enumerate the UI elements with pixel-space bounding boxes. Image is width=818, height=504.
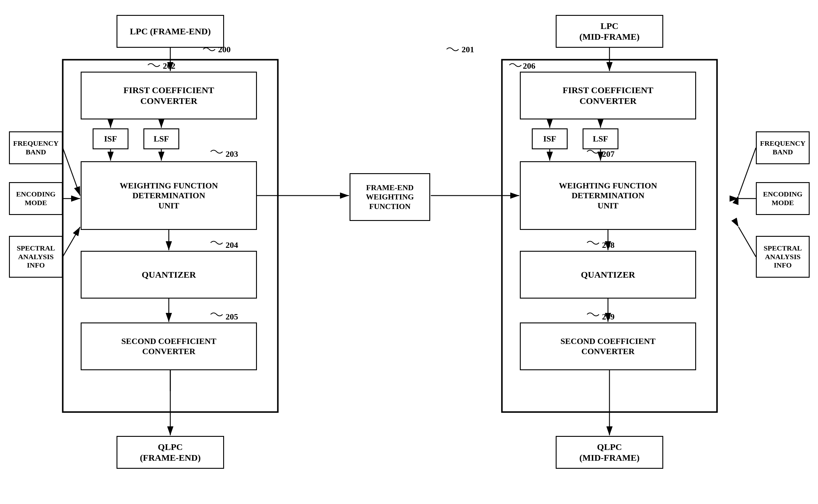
right-spectral-label: SPECTRALANALYSISINFO: [764, 244, 802, 270]
svg-line-27: [739, 148, 756, 196]
right-qlpc-bot-box: QLPC(MID-FRAME): [556, 436, 663, 469]
left-freq-band-label: FREQUENCYBAND: [13, 139, 59, 156]
right-lsf-label: LSF: [593, 134, 608, 144]
left-second-coeff-label: SECOND COEFFICIENTCONVERTER: [121, 336, 216, 356]
left-lsf-box: LSF: [143, 128, 179, 149]
right-lpc-top-label: LPC(MID-FRAME): [579, 21, 640, 42]
right-quantizer-label: QUANTIZER: [581, 269, 635, 280]
left-first-coeff-box: FIRST COEFFICIENTCONVERTER: [81, 72, 257, 119]
left-encoding-mode-label: ENCODINGMODE: [16, 190, 56, 207]
left-quantizer-box: QUANTIZER: [81, 251, 257, 299]
left-encoding-mode-box: ENCODINGMODE: [9, 182, 63, 215]
ref-202-label: 202: [163, 61, 175, 71]
middle-frame-end-wf-label: FRAME-ENDWEIGHTINGFUNCTION: [366, 183, 414, 211]
left-weighting-box: WEIGHTING FUNCTIONDETERMINATIONUNIT: [81, 161, 257, 230]
left-spectral-box: SPECTRALANALYSISINFO: [9, 236, 63, 278]
right-encoding-mode-box: ENCODINGMODE: [756, 182, 810, 215]
right-quantizer-box: QUANTIZER: [520, 251, 696, 299]
ref-204-label: 204: [225, 240, 238, 250]
right-qlpc-bot-label: QLPC(MID-FRAME): [579, 442, 640, 463]
left-isf-box: ISF: [93, 128, 128, 149]
right-encoding-mode-label: ENCODINGMODE: [763, 190, 802, 207]
right-lpc-top-box: LPC(MID-FRAME): [556, 15, 663, 48]
ref-209-label: 209: [602, 312, 615, 322]
left-isf-label: ISF: [104, 134, 117, 144]
ref-208-label: 208: [602, 240, 615, 250]
left-spectral-label: SPECTRALANALYSISINFO: [17, 244, 55, 270]
left-lsf-label: LSF: [153, 134, 169, 144]
svg-line-26: [63, 227, 80, 257]
right-weighting-box: WEIGHTING FUNCTIONDETERMINATIONUNIT: [520, 161, 696, 230]
left-second-coeff-box: SECOND COEFFICIENTCONVERTER: [81, 322, 257, 370]
left-lpc-top-label: LPC (FRAME-END): [130, 26, 211, 37]
svg-line-24: [63, 148, 80, 196]
svg-line-29: [739, 227, 756, 257]
left-freq-band-box: FREQUENCYBAND: [9, 131, 63, 164]
right-freq-band-box: FREQUENCYBAND: [756, 131, 810, 164]
right-freq-band-label: FREQUENCYBAND: [760, 139, 805, 156]
ref-207-label: 207: [602, 149, 615, 159]
right-second-coeff-label: SECOND COEFFICIENTCONVERTER: [561, 336, 656, 356]
left-quantizer-label: QUANTIZER: [142, 269, 196, 280]
ref-205-label: 205: [225, 312, 238, 322]
right-first-coeff-label: FIRST COEFFICIENTCONVERTER: [563, 85, 653, 106]
left-lpc-top-box: LPC (FRAME-END): [116, 15, 224, 48]
right-spectral-box: SPECTRALANALYSISINFO: [756, 236, 810, 278]
diagram-container: LPC (FRAME-END) FIRST COEFFICIENTCONVERT…: [0, 0, 818, 504]
right-isf-box: ISF: [532, 128, 568, 149]
ref-201-label: 201: [462, 45, 474, 54]
left-weighting-label: WEIGHTING FUNCTIONDETERMINATIONUNIT: [119, 181, 218, 211]
middle-frame-end-wf-box: FRAME-ENDWEIGHTINGFUNCTION: [349, 173, 430, 221]
left-first-coeff-label: FIRST COEFFICIENTCONVERTER: [123, 85, 214, 106]
right-first-coeff-box: FIRST COEFFICIENTCONVERTER: [520, 72, 696, 119]
right-isf-label: ISF: [543, 134, 556, 144]
right-second-coeff-box: SECOND COEFFICIENTCONVERTER: [520, 322, 696, 370]
ref-200-label: 200: [218, 45, 231, 54]
right-lsf-box: LSF: [583, 128, 619, 149]
ref-206-label: 206: [523, 61, 535, 71]
right-weighting-label: WEIGHTING FUNCTIONDETERMINATIONUNIT: [559, 181, 657, 211]
left-qlpc-bot-box: QLPC(FRAME-END): [116, 436, 224, 469]
ref-203-label: 203: [225, 149, 238, 159]
left-qlpc-bot-label: QLPC(FRAME-END): [140, 442, 200, 463]
